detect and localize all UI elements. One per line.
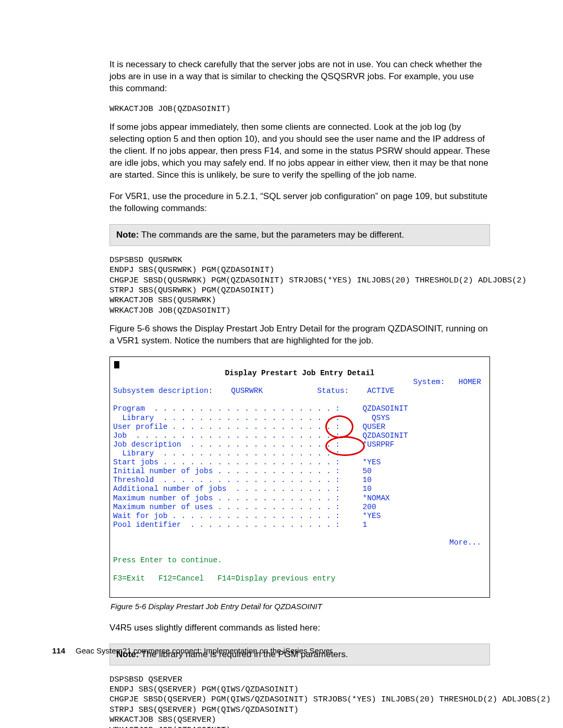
cmd-block-2: DSPSBSD QSERVER ENDPJ SBS(QSERVER) PGM(Q… — [109, 675, 490, 728]
note-text: The commands are the same, but the param… — [139, 230, 404, 240]
para-v4r5: V4R5 uses slightly different commands as… — [109, 622, 490, 634]
page-number: 114 — [52, 646, 65, 655]
cmd-block-1: DSPSBSD QUSRWRK ENDPJ SBS(QUSRWRK) PGM(Q… — [109, 255, 490, 316]
term-sub-line: Subsystem description: QUSRWRK Status: A… — [113, 387, 395, 395]
term-system: System: HOMER — [113, 378, 486, 387]
para-v5r1: For V5R1, use the procedure in 5.2.1, “S… — [109, 191, 490, 215]
term-fkeys: F3=Exit F12=Cancel F14=Display previous … — [113, 574, 335, 583]
footer-title: Geac System21 commerce.connect: Implemen… — [76, 646, 333, 655]
figure-caption: Figure 5-6 Display Prestart Job Entry De… — [111, 602, 490, 611]
term-more: More... — [113, 538, 486, 547]
page-footer: 114Geac System21 commerce.connect: Imple… — [52, 646, 333, 655]
note-box-1: Note: The commands are the same, but the… — [109, 224, 490, 246]
para-joblog: If some jobs appear immediately, then so… — [109, 121, 490, 181]
note-label: Note: — [116, 230, 139, 240]
terminal-figure: Display Prestart Job Entry DetailSystem:… — [109, 356, 490, 598]
para-figure-intro: Figure 5-6 shows the Display Prestart Jo… — [109, 323, 490, 347]
cmd-wrkactjob: WRKACTJOB JOB(QZDASOINIT) — [109, 104, 490, 114]
term-press-enter: Press Enter to continue. — [113, 556, 222, 564]
highlight-circle-icon — [325, 415, 353, 438]
highlight-circle-icon — [325, 436, 365, 456]
term-title: Display Prestart Job Entry Detail — [113, 369, 486, 378]
para-check-jobs: It is necessary to check carefully that … — [109, 59, 490, 95]
